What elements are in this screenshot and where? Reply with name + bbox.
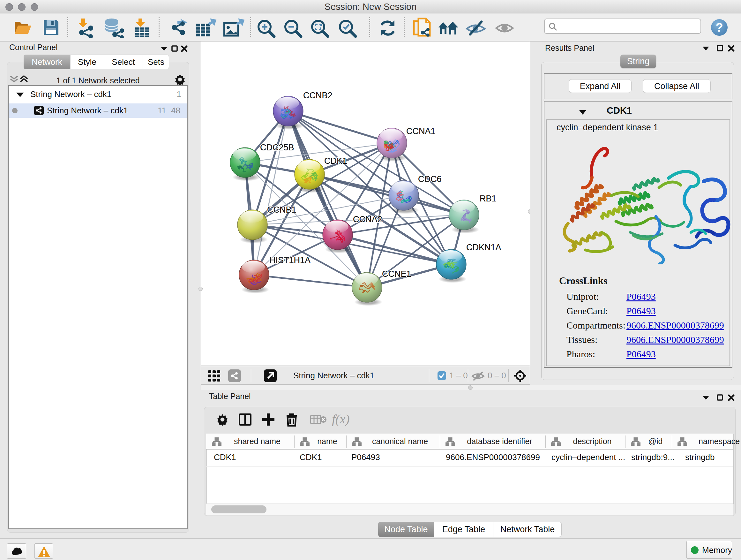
svg-text:CDK1: CDK1 <box>324 156 347 166</box>
svg-text:CCNE1: CCNE1 <box>382 269 411 279</box>
svg-text:CDC6: CDC6 <box>418 174 442 184</box>
svg-text:CDC25B: CDC25B <box>260 143 294 152</box>
svg-text:CCNB1: CCNB1 <box>267 205 296 214</box>
svg-text:CDKN1A: CDKN1A <box>466 243 501 252</box>
svg-text:RB1: RB1 <box>480 194 496 203</box>
svg-text:CCNA2: CCNA2 <box>353 214 382 224</box>
svg-text:HIST1H1A: HIST1H1A <box>269 255 311 265</box>
svg-text:CCNB2: CCNB2 <box>303 91 333 100</box>
svg-text:CCNA1: CCNA1 <box>406 126 435 136</box>
